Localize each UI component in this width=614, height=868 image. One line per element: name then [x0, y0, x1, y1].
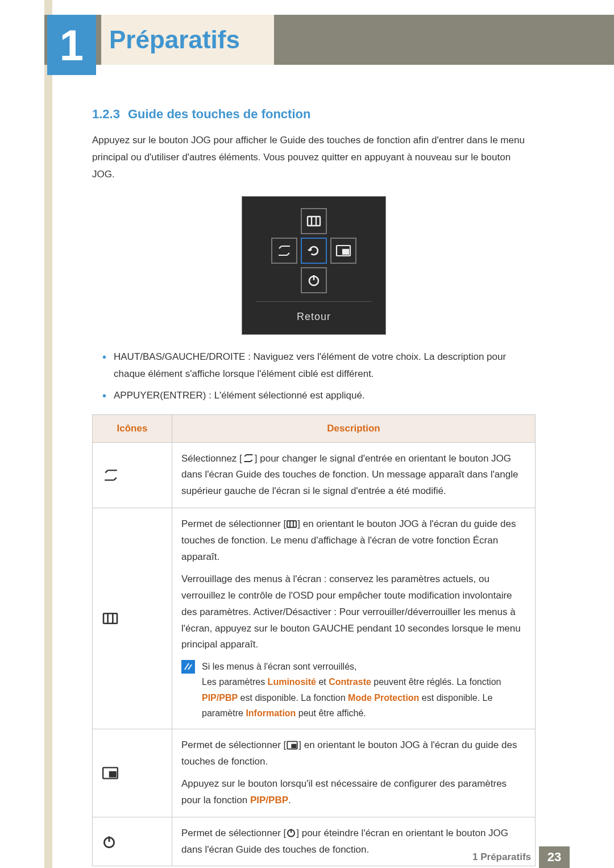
chapter-title: Préparatifs: [101, 15, 274, 65]
table-row: Permet de sélectionner [] en orientant l…: [93, 729, 536, 817]
footer-page-number: 23: [539, 846, 570, 868]
table-row: Sélectionnez [] pour changer le signal d…: [93, 442, 536, 508]
source-icon: [276, 244, 292, 258]
pip-icon: [286, 741, 298, 750]
footer-chapter-label: 1 Préparatifs: [464, 846, 539, 868]
note-icon: [181, 660, 195, 674]
icon-cell: [93, 442, 172, 508]
svg-rect-16: [292, 744, 296, 747]
svg-rect-0: [308, 217, 320, 226]
function-key-table: Icônes Description Sélectionnez [] pour …: [92, 414, 536, 867]
osd-left-button: [271, 238, 297, 264]
osd-return-label: Retour: [256, 302, 372, 334]
osd-down-button: [301, 267, 327, 293]
desc-cell: Permet de sélectionner [] en orientant l…: [172, 729, 536, 817]
chapter-number-tab: 1: [47, 15, 96, 75]
list-item: HAUT/BAS/GAUCHE/DROITE : Naviguez vers l…: [102, 348, 536, 383]
section-number: 1.2.3: [92, 107, 120, 121]
osd-center-button: [301, 238, 327, 264]
power-icon: [307, 273, 321, 287]
source-icon: [102, 468, 120, 483]
table-row: Permet de sélectionner [] en orientant l…: [93, 508, 536, 729]
nav-instructions: HAUT/BAS/GAUCHE/DROITE : Naviguez vers l…: [102, 348, 536, 404]
left-rail: [44, 0, 52, 868]
icon-cell: [93, 508, 172, 729]
table-header-icons: Icônes: [93, 414, 172, 442]
menu-icon: [102, 612, 119, 625]
note-block: Si les menus à l'écran sont verrouillés,…: [181, 659, 526, 721]
menu-icon: [286, 520, 297, 529]
page-content: 1.2.3Guide des touches de fonction Appuy…: [92, 107, 536, 866]
return-icon: [306, 243, 321, 258]
osd-up-button: [301, 208, 327, 234]
svg-rect-10: [287, 521, 296, 528]
icon-cell: [93, 729, 172, 817]
section-intro: Appuyez sur le bouton JOG pour afficher …: [92, 132, 536, 182]
page-footer: 1 Préparatifs 23: [0, 846, 614, 868]
pip-icon: [102, 766, 119, 780]
osd-panel: Retour: [242, 196, 386, 335]
source-icon: [242, 453, 255, 463]
table-header-desc: Description: [172, 414, 536, 442]
menu-icon: [306, 215, 321, 227]
svg-rect-14: [110, 772, 116, 777]
desc-cell: Permet de sélectionner [] en orientant l…: [172, 508, 536, 729]
desc-cell: Sélectionnez [] pour changer le signal d…: [172, 442, 536, 508]
osd-figure: Retour: [92, 196, 536, 335]
section-title: Guide des touches de fonction: [128, 107, 310, 121]
svg-rect-7: [103, 613, 117, 623]
osd-right-button: [330, 238, 356, 264]
list-item: APPUYER(ENTRER) : L'élément sélectionné …: [102, 387, 536, 404]
pip-icon: [335, 244, 351, 257]
svg-rect-4: [343, 250, 349, 254]
section-heading: 1.2.3Guide des touches de fonction: [92, 107, 536, 122]
power-icon: [286, 828, 296, 838]
